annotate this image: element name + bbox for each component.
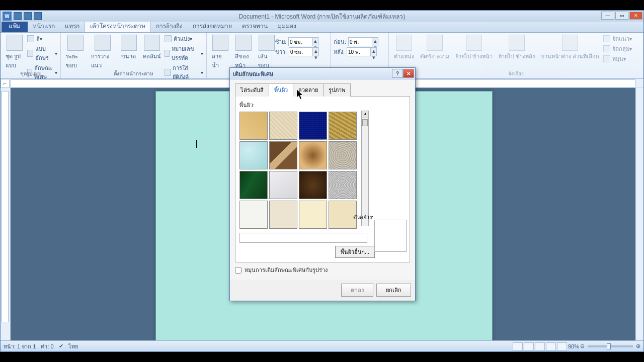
theme-fonts[interactable]: แบบอักษร ▾: [27, 44, 57, 63]
texture-swatch[interactable]: [299, 112, 327, 140]
preview-box: [374, 220, 407, 252]
page-indicator[interactable]: หน้า: 1 จาก 1: [4, 342, 36, 351]
spinner[interactable]: ▴▾: [372, 37, 378, 46]
texture-swatch[interactable]: [329, 201, 357, 229]
mouse-cursor-icon: [297, 89, 304, 100]
rotate-fill-checkbox[interactable]: [235, 267, 242, 274]
dialog-close-button[interactable]: ✕: [403, 69, 414, 78]
spinner[interactable]: ▴▾: [312, 37, 318, 46]
send-backward-button: ย้ายไป ข้างหลัง: [497, 34, 537, 64]
texture-gallery: [239, 112, 359, 229]
spinner[interactable]: ▴▾: [313, 47, 319, 56]
texture-swatch[interactable]: [329, 141, 357, 169]
texture-swatch[interactable]: [299, 201, 327, 229]
rotate-fill-label: หมุนการเติมลักษณะพิเศษกับรูปร่าง: [245, 265, 328, 275]
spinner[interactable]: ▴▾: [371, 47, 377, 56]
texture-name-field: [239, 233, 367, 243]
cancel-button[interactable]: ยกเลิก: [376, 284, 411, 297]
texture-swatch[interactable]: [299, 141, 327, 169]
tab-gradient[interactable]: ไล่ระดับสี: [235, 83, 269, 97]
view-draft[interactable]: [557, 342, 567, 350]
undo-icon[interactable]: [24, 12, 32, 20]
view-print-layout[interactable]: [513, 342, 523, 350]
quick-access-toolbar: W: [1, 12, 44, 21]
texture-swatch[interactable]: [239, 141, 268, 169]
word-app-icon: W: [3, 12, 12, 21]
space-before-input[interactable]: [348, 37, 372, 46]
texture-swatch[interactable]: [329, 112, 357, 140]
maximize-button[interactable]: ▭: [615, 12, 628, 20]
redo-icon[interactable]: [34, 12, 42, 20]
wrap-text-button: ตัดข้อ ความ: [418, 34, 451, 64]
texture-scrollbar[interactable]: ▴: [361, 111, 369, 226]
dialog-tabs: ไล่ระดับสี พื้นผิว ลวดลาย รูปภาพ: [235, 83, 410, 97]
line-numbers-button[interactable]: หมายเลขบรรทัด ▾: [165, 44, 203, 63]
space-after-input[interactable]: [347, 47, 371, 56]
breaks-button[interactable]: ตัวแบ่ง ▾: [165, 34, 203, 44]
texture-swatch[interactable]: [269, 201, 297, 229]
selection-pane-button: บานหน้าต่าง ส่วนที่เลือก: [539, 34, 601, 64]
preview-label: ตัวอย่าง:: [353, 213, 373, 222]
view-reading[interactable]: [524, 342, 534, 350]
texture-label: พื้นผิว:: [239, 101, 406, 110]
vertical-ruler: [1, 88, 11, 340]
view-web[interactable]: [535, 342, 545, 350]
word-count[interactable]: คำ: 0: [41, 342, 53, 351]
window-title: Document1 - Microsoft Word (การเปิดใช้งา…: [239, 12, 406, 21]
texture-swatch[interactable]: [239, 171, 268, 199]
zoom-out-button[interactable]: ⊖: [580, 343, 585, 349]
tab-picture[interactable]: รูปภาพ: [323, 83, 351, 97]
texture-swatch[interactable]: [239, 201, 268, 229]
dialog-help-button[interactable]: ?: [392, 69, 403, 78]
text-cursor: [196, 140, 197, 148]
theme-colors[interactable]: สี ▾: [27, 34, 57, 44]
texture-swatch[interactable]: [269, 171, 297, 199]
dialog-title: เติมลักษณะพิเศษ: [233, 69, 273, 78]
tab-texture[interactable]: พื้นผิว: [269, 83, 293, 97]
fill-effects-dialog: เติมลักษณะพิเศษ ? ✕ ไล่ระดับสี พื้นผิว ล…: [229, 67, 416, 301]
position-button: ตำแหน่ง: [392, 34, 416, 64]
language-indicator[interactable]: ไทย: [68, 342, 78, 351]
status-bar: หน้า: 1 จาก 1 คำ: 0 ✔ ไทย 90% ⊖ ⊕: [1, 340, 643, 351]
ribbon-tab-strip: แฟ้ม หน้าแรก แทรก เค้าโครงหน้ากระดาษ การ…: [1, 22, 643, 33]
align-button: จัดแนว ▾: [603, 34, 632, 44]
rotate-button: หมุน ▾: [603, 54, 632, 64]
close-button[interactable]: ✕: [629, 12, 642, 20]
zoom-in-button[interactable]: ⊕: [636, 343, 640, 349]
texture-swatch[interactable]: [239, 112, 268, 140]
indent-right-input[interactable]: [289, 47, 313, 56]
view-outline[interactable]: [546, 342, 556, 350]
texture-swatch[interactable]: [299, 171, 327, 199]
zoom-percent[interactable]: 90%: [568, 343, 579, 349]
proofing-icon[interactable]: ✔: [59, 343, 63, 349]
other-texture-button[interactable]: พื้นผิวอื่นๆ...: [335, 246, 375, 258]
minimize-button[interactable]: —: [601, 12, 614, 20]
save-icon[interactable]: [14, 12, 22, 20]
bring-forward-button: ย้ายไป ข้างหน้า: [453, 34, 495, 64]
ok-button[interactable]: ตกลง: [341, 284, 373, 297]
zoom-slider[interactable]: [588, 345, 633, 347]
texture-swatch[interactable]: [269, 112, 297, 140]
texture-swatch[interactable]: [329, 171, 357, 199]
dialog-title-bar[interactable]: เติมลักษณะพิเศษ ? ✕: [230, 68, 415, 80]
texture-swatch[interactable]: [269, 141, 297, 169]
title-bar: W Document1 - Microsoft Word (การเปิดใช้…: [1, 11, 643, 22]
vertical-scrollbar[interactable]: [635, 88, 643, 340]
group-button: จัดกลุ่ม ▾: [603, 44, 632, 54]
indent-left-input[interactable]: [288, 37, 312, 46]
